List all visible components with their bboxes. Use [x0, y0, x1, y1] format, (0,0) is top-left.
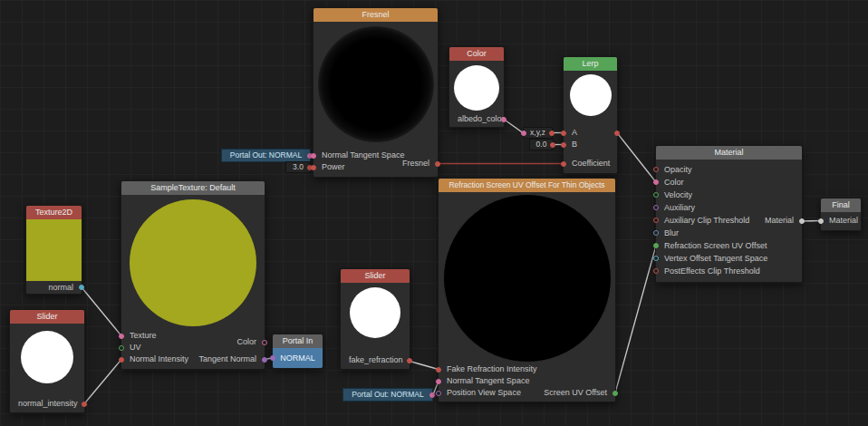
port-label: Auxiliary — [664, 203, 695, 212]
port-label: Power — [322, 162, 345, 171]
output-row: fake_refraction — [341, 354, 410, 366]
port-label: Position View Space — [447, 388, 521, 397]
output-row: albedo_color — [449, 113, 504, 125]
node-graph-canvas[interactable]: Texture2D normal Slider normal_intensity… — [0, 0, 868, 426]
portal-out-normal-top[interactable]: Portal Out: NORMAL — [221, 149, 311, 162]
node-final[interactable]: Final Material — [820, 198, 862, 231]
port-label: Blur — [664, 228, 679, 237]
port-albedo-color-out[interactable] — [501, 117, 506, 122]
node-sample-texture[interactable]: SampleTexture: Default Texture UV Normal… — [121, 180, 265, 370]
node-title[interactable]: Final — [821, 198, 861, 212]
port-label: B — [572, 140, 577, 149]
input-row: Vertex Offset Tangent Space — [656, 252, 802, 265]
port-normal-tangent-space-in[interactable] — [311, 153, 316, 159]
node-fresnel[interactable]: Fresnel Normal Tangent Space Power Fresn… — [313, 7, 439, 178]
value-box-swizzle[interactable]: x,y,z — [523, 127, 553, 139]
input-row: Normal Tangent Space — [439, 375, 615, 387]
port-label: Auxiliary Clip Threshold — [664, 216, 749, 225]
value-label: 3.0 — [293, 162, 304, 171]
port-material-in[interactable] — [818, 218, 824, 224]
port-auxiliary-clip-threshold-in[interactable] — [653, 218, 659, 223]
port-blur-in[interactable] — [653, 230, 659, 236]
wire-lerp-to-material-color[interactable] — [617, 133, 656, 183]
port-normal-tangent-space-in[interactable] — [436, 379, 441, 384]
value-box-power[interactable]: 3.0 — [285, 161, 311, 173]
port-uv-in[interactable] — [119, 345, 124, 351]
node-portal-in[interactable]: Portal In NORMAL — [272, 334, 323, 369]
port-velocity-in[interactable] — [653, 192, 659, 198]
port-label: Vertex Offset Tangent Space — [664, 254, 767, 263]
port-normal-out[interactable] — [79, 285, 84, 290]
node-title[interactable]: Slider — [341, 269, 410, 283]
wire-albedo-to-swizzle[interactable] — [504, 120, 523, 133]
port-swizzle-out[interactable] — [549, 131, 555, 136]
port-b-in[interactable] — [561, 142, 566, 148]
port-label: Refraction Screen UV Offset — [664, 241, 767, 250]
port-fresnel-out[interactable] — [435, 161, 440, 167]
node-title[interactable]: Slider — [10, 310, 84, 324]
wire-normal-to-texture[interactable] — [82, 287, 121, 336]
port-vertex-offset-tangent-space-in[interactable] — [653, 256, 659, 261]
output-row: Material — [757, 215, 802, 227]
node-slider-fake-refraction[interactable]: Slider fake_refraction — [340, 268, 410, 370]
port-screen-uv-offset-out[interactable] — [612, 391, 618, 396]
port-texture-in[interactable] — [119, 334, 124, 339]
port-posteffects-clip-threshold-in[interactable] — [653, 268, 659, 274]
port-material-out[interactable] — [799, 218, 805, 224]
wire-normal-intensity-to-sampletexture[interactable] — [84, 360, 121, 404]
node-texture2d[interactable]: Texture2D normal — [25, 205, 82, 295]
port-label: PostEffects Clip Threshold — [664, 266, 760, 276]
port-label: A — [572, 128, 577, 137]
output-row: Tangent Normal — [190, 353, 265, 365]
port-swizzle-in[interactable] — [521, 131, 526, 136]
wire-fake-refraction-to-refraction[interactable] — [410, 362, 439, 370]
port-normal-intensity-in[interactable] — [119, 357, 124, 363]
node-lerp[interactable]: Lerp A B Coefficient — [563, 56, 618, 174]
portal-out-label: Portal Out: NORMAL — [352, 390, 423, 399]
port-coefficient-in[interactable] — [561, 161, 566, 167]
color-preview — [454, 65, 499, 111]
port-label: Color — [236, 337, 256, 346]
node-title[interactable]: SampleTexture: Default — [121, 181, 265, 195]
wire-refraction-to-material[interactable] — [615, 246, 656, 393]
port-label: Coefficient — [572, 159, 610, 168]
port-color-out[interactable] — [262, 340, 267, 345]
port-fake-refraction-out[interactable] — [407, 358, 412, 363]
node-material[interactable]: Material Opacity Color Velocity Auxiliar… — [655, 145, 803, 283]
port-portal-in[interactable] — [270, 355, 275, 361]
port-power-in[interactable] — [311, 165, 316, 170]
node-title[interactable]: Color — [449, 47, 504, 61]
port-auxiliary-in[interactable] — [653, 205, 659, 210]
portal-out-normal-bottom[interactable]: Portal Out: NORMAL — [342, 388, 433, 402]
input-row: Material — [821, 215, 861, 227]
port-color-in[interactable] — [653, 179, 659, 185]
node-color[interactable]: Color albedo_color — [448, 46, 505, 128]
port-position-view-space-in[interactable] — [436, 391, 441, 396]
node-slider-normal-intensity[interactable]: Slider normal_intensity — [9, 309, 85, 413]
port-label: Texture — [130, 331, 157, 340]
port-b-value-out[interactable] — [550, 142, 555, 148]
lerp-preview — [570, 74, 612, 116]
node-title[interactable]: Portal In — [273, 334, 323, 348]
node-title[interactable]: Texture2D — [26, 206, 82, 219]
node-title[interactable]: Refraction Screen UV Offset For Thin Obj… — [439, 179, 615, 192]
input-row: A — [564, 127, 617, 139]
port-opacity-in[interactable] — [653, 167, 659, 172]
value-box-b[interactable]: 0.0 — [529, 139, 554, 150]
node-title[interactable]: Lerp — [564, 57, 617, 71]
port-lerp-out[interactable] — [614, 131, 620, 136]
port-portal-out-bottom[interactable] — [429, 392, 435, 398]
port-label: albedo_color — [458, 114, 505, 123]
port-a-in[interactable] — [561, 131, 566, 136]
input-row: Auxiliary — [656, 201, 802, 214]
port-normal-intensity-out[interactable] — [82, 402, 87, 407]
port-refraction-screen-uv-offset-in[interactable] — [653, 243, 659, 248]
node-title[interactable]: Material — [656, 146, 802, 160]
node-title[interactable]: Fresnel — [313, 8, 438, 22]
port-tangent-normal-out[interactable] — [262, 357, 267, 363]
portal-value-label: NORMAL — [280, 353, 315, 363]
port-label: Tangent Normal — [198, 354, 256, 363]
port-fake-refraction-intensity-in[interactable] — [436, 367, 441, 373]
node-refraction-screen-uv-offset[interactable]: Refraction Screen UV Offset For Thin Obj… — [438, 178, 616, 402]
port-label: Color — [664, 178, 684, 187]
